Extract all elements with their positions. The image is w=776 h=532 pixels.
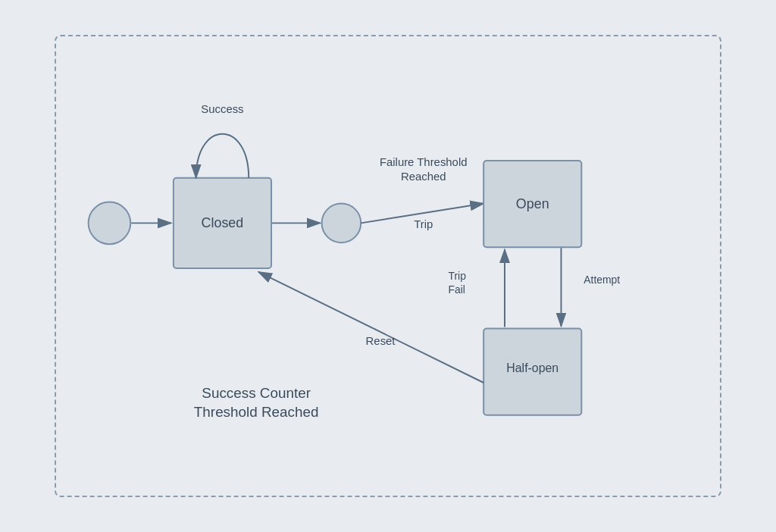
success-arrow	[196, 134, 249, 178]
attempt-label: Attempt	[584, 274, 620, 286]
closed-label: Closed	[202, 215, 244, 230]
trip-label: Trip	[414, 218, 433, 230]
open-label: Open	[516, 196, 549, 211]
failure-threshold-label2: Reached	[401, 171, 446, 183]
failure-threshold-label: Failure Threshold	[380, 156, 468, 168]
success-counter-label: Success Counter	[202, 385, 311, 401]
tripfail-label2: Fail	[448, 283, 465, 296]
success-counter-label2: Threshold Reached	[194, 404, 319, 420]
reset-label: Reset	[366, 335, 396, 347]
diagram-container: Closed Success Failure Threshold Reached…	[55, 35, 721, 497]
tripfail-label: Trip	[448, 270, 466, 282]
success-label: Success	[201, 103, 243, 115]
junction-state	[322, 204, 361, 243]
halfopen-label: Half-open	[506, 361, 559, 374]
initial-state	[89, 202, 131, 245]
